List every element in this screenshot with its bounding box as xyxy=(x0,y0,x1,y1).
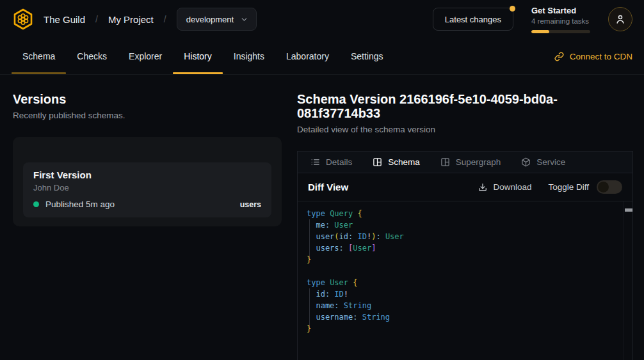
published-status-text: Published 5m ago xyxy=(45,200,115,209)
connect-to-cdn-link[interactable]: Connect to CDN xyxy=(554,38,632,74)
version-detail-title: Schema Version 2166196f-5e10-4059-bd0a-0… xyxy=(297,92,633,120)
toggle-diff-control: Toggle Diff xyxy=(548,180,622,194)
toggle-diff-switch[interactable] xyxy=(597,180,622,194)
user-icon xyxy=(615,13,626,25)
download-icon xyxy=(478,183,487,192)
hive-logo-icon[interactable] xyxy=(12,8,35,31)
get-started-subtitle: 4 remaining tasks xyxy=(531,17,590,26)
nav-tab-label: Insights xyxy=(234,51,264,61)
tab-underline xyxy=(173,72,223,74)
detail-tab-label: Service xyxy=(536,157,565,167)
diff-view-title: Diff View xyxy=(308,182,348,192)
versions-title: Versions xyxy=(13,92,282,106)
version-service-badge: users xyxy=(240,200,261,209)
detail-tab-schema[interactable]: Schema xyxy=(373,157,420,167)
nav-tabs: Schema Checks Explorer History Insights … xyxy=(12,38,394,74)
nav-tab-label: Checks xyxy=(77,51,107,61)
nav-tab-schema[interactable]: Schema xyxy=(12,38,66,74)
version-list-item[interactable]: First Version John Doe Published 5m ago … xyxy=(23,162,271,217)
version-detail-section: Schema Version 2166196f-5e10-4059-bd0a-0… xyxy=(297,92,633,360)
panels-icon xyxy=(440,157,450,167)
nav-tab-label: Explorer xyxy=(129,51,162,61)
version-detail-panel: Details Schema Sup xyxy=(297,151,633,360)
app-header: The Guild / My Project / development Lat… xyxy=(0,0,644,38)
target-selector-value: development xyxy=(186,15,234,24)
latest-changes-button[interactable]: Latest changes xyxy=(433,8,513,31)
breadcrumb-project[interactable]: My Project xyxy=(108,14,154,25)
target-nav: Schema Checks Explorer History Insights … xyxy=(0,38,644,75)
panels-icon xyxy=(373,157,382,167)
nav-tab-explorer[interactable]: Explorer xyxy=(118,38,173,74)
version-author: John Doe xyxy=(33,183,261,192)
get-started-progress-bar xyxy=(531,30,590,33)
nav-tab-laboratory[interactable]: Laboratory xyxy=(275,38,340,74)
target-selector-dropdown[interactable]: development xyxy=(177,8,257,31)
scrollbar-thumb[interactable] xyxy=(625,208,632,212)
connect-to-cdn-label: Connect to CDN xyxy=(570,52,632,61)
diff-view-toolbar: Diff View Download Toggle Diff xyxy=(298,173,632,201)
notification-dot xyxy=(510,6,515,12)
version-name: First Version xyxy=(33,169,261,181)
nav-tab-label: Laboratory xyxy=(286,51,329,61)
latest-changes-label: Latest changes xyxy=(445,15,501,24)
get-started-widget[interactable]: Get Started 4 remaining tasks xyxy=(531,6,590,33)
download-button[interactable]: Download xyxy=(478,182,531,192)
breadcrumb-separator: / xyxy=(164,14,166,24)
cube-icon xyxy=(521,157,531,167)
detail-panel-tabs: Details Schema Sup xyxy=(298,152,632,173)
nav-tab-insights[interactable]: Insights xyxy=(223,38,275,74)
nav-tab-history[interactable]: History xyxy=(173,38,223,74)
breadcrumb: The Guild / My Project / development xyxy=(44,8,257,31)
download-label: Download xyxy=(493,182,531,192)
detail-tab-label: Supergraph xyxy=(456,157,501,167)
detail-tab-supergraph[interactable]: Supergraph xyxy=(440,157,501,167)
nav-tab-settings[interactable]: Settings xyxy=(340,38,394,74)
nav-tab-label: History xyxy=(184,51,212,61)
versions-section: Versions Recently published schemas. Fir… xyxy=(13,92,282,360)
version-status-row: Published 5m ago users xyxy=(33,200,261,209)
versions-list: First Version John Doe Published 5m ago … xyxy=(13,137,282,226)
code-scrollbar[interactable] xyxy=(624,201,632,360)
get-started-title: Get Started xyxy=(531,6,590,16)
detail-tab-details[interactable]: Details xyxy=(310,157,352,167)
versions-subtitle: Recently published schemas. xyxy=(13,111,282,120)
detail-tab-label: Schema xyxy=(388,157,420,167)
user-avatar-button[interactable] xyxy=(608,7,632,31)
nav-tab-label: Schema xyxy=(22,51,55,61)
toggle-diff-label: Toggle Diff xyxy=(548,182,589,192)
detail-tab-service[interactable]: Service xyxy=(521,157,565,167)
chevron-down-icon xyxy=(240,15,248,24)
link-icon xyxy=(554,52,564,61)
nav-tab-checks[interactable]: Checks xyxy=(66,38,118,74)
list-icon xyxy=(310,157,320,167)
schema-code-viewer[interactable]: type Query { me: User user(id: ID!): Use… xyxy=(298,201,632,360)
version-detail-subtitle: Detailed view of the schema version xyxy=(297,125,633,134)
switch-knob xyxy=(598,182,609,192)
published-status-dot xyxy=(33,201,39,207)
main-content: Versions Recently published schemas. Fir… xyxy=(0,75,644,360)
tab-underline xyxy=(12,72,66,74)
breadcrumb-separator: / xyxy=(95,14,98,24)
get-started-progress-fill xyxy=(531,30,549,33)
detail-tab-label: Details xyxy=(326,157,352,167)
breadcrumb-org[interactable]: The Guild xyxy=(44,14,85,25)
nav-tab-label: Settings xyxy=(351,51,383,61)
code-block: type Query { me: User user(id: ID!): Use… xyxy=(298,201,624,360)
